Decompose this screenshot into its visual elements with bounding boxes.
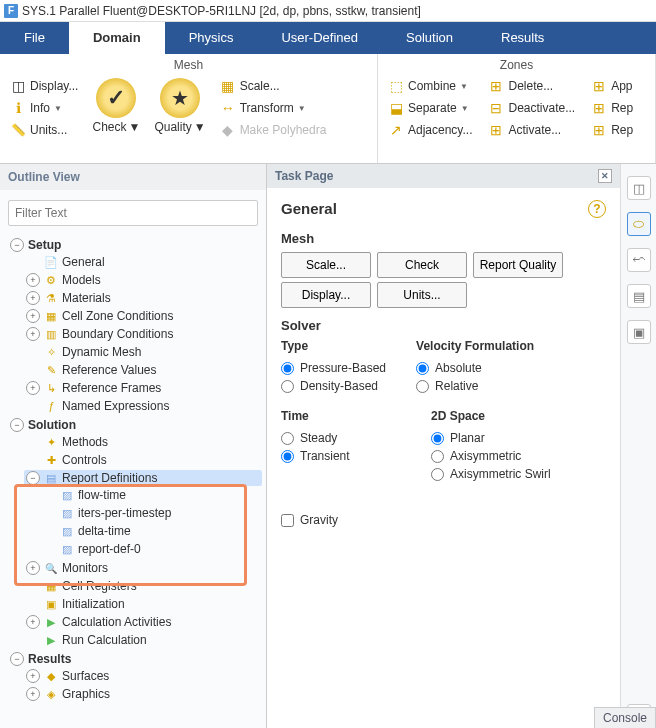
report-item-icon [60, 542, 74, 556]
tree-ref-values[interactable]: Reference Values [62, 363, 157, 377]
tree-calc-activities[interactable]: Calculation Activities [62, 615, 171, 629]
adjacency-icon [388, 122, 404, 138]
display-button[interactable]: Display... [281, 282, 371, 308]
check-button[interactable]: Check [377, 252, 467, 278]
gravity-checkbox[interactable] [281, 514, 294, 527]
strip-window-icon[interactable]: ▣ [627, 320, 651, 344]
expand-icon[interactable]: + [26, 327, 40, 341]
tree-rd-3[interactable]: report-def-0 [78, 542, 141, 556]
tree-controls[interactable]: Controls [62, 453, 107, 467]
tree-setup[interactable]: Setup [28, 238, 61, 252]
radio-steady[interactable]: Steady [281, 429, 401, 447]
polyhedra-icon [220, 122, 236, 138]
expand-icon[interactable]: + [26, 687, 40, 701]
main-area: Outline View −Setup General +Models +Mat… [0, 164, 656, 728]
tree-named-expr[interactable]: Named Expressions [62, 399, 169, 413]
collapse-icon[interactable]: − [26, 471, 40, 485]
tree-boundary[interactable]: Boundary Conditions [62, 327, 173, 341]
tab-user-defined[interactable]: User-Defined [257, 22, 382, 54]
tab-results[interactable]: Results [477, 22, 568, 54]
window-title: SYS.1 Parallel Fluent@DESKTOP-5RI1LNJ [2… [22, 4, 421, 18]
separate-button[interactable]: Separate▼ [384, 98, 476, 118]
collapse-icon[interactable]: − [10, 238, 24, 252]
radio-axisymmetric-swirl[interactable]: Axisymmetric Swirl [431, 465, 551, 483]
tree-surfaces[interactable]: Surfaces [62, 669, 109, 683]
radio-absolute[interactable]: Absolute [416, 359, 534, 377]
radio-relative[interactable]: Relative [416, 377, 534, 395]
expand-icon[interactable]: + [26, 273, 40, 287]
expand-icon[interactable]: + [26, 291, 40, 305]
tree-general[interactable]: General [62, 255, 105, 269]
space-group: 2D Space Planar Axisymmetric Axisymmetri… [431, 409, 551, 483]
rep1-button[interactable]: Rep [587, 98, 637, 118]
display-button[interactable]: Display... [6, 76, 82, 96]
tree-rd-1[interactable]: iters-per-timestep [78, 506, 171, 520]
report-quality-button[interactable]: Report Quality [473, 252, 563, 278]
delete-button[interactable]: Delete... [484, 76, 579, 96]
activate-button[interactable]: Activate... [484, 120, 579, 140]
combine-button[interactable]: Combine▼ [384, 76, 476, 96]
collapse-icon[interactable]: − [10, 418, 24, 432]
app-button[interactable]: App [587, 76, 637, 96]
tab-physics[interactable]: Physics [165, 22, 258, 54]
boundary-icon [44, 327, 58, 341]
tab-domain[interactable]: Domain [69, 22, 165, 54]
expand-icon[interactable]: + [26, 561, 40, 575]
strip-chart-icon[interactable]: ⬿ [627, 248, 651, 272]
check-button[interactable]: Check▼ [88, 76, 144, 136]
space-label: 2D Space [431, 409, 551, 423]
methods-icon [44, 435, 58, 449]
filter-input[interactable] [8, 200, 258, 226]
console-tab[interactable]: Console [594, 707, 656, 728]
init-icon [44, 597, 58, 611]
tree-cell-registers[interactable]: Cell Registers [62, 579, 137, 593]
strip-cube-icon[interactable]: ◫ [627, 176, 651, 200]
collapse-icon[interactable]: − [10, 652, 24, 666]
surfaces-icon [44, 669, 58, 683]
tree-rd-2[interactable]: delta-time [78, 524, 131, 538]
calc-icon [44, 615, 58, 629]
radio-planar[interactable]: Planar [431, 429, 551, 447]
tree-graphics[interactable]: Graphics [62, 687, 110, 701]
tree-results[interactable]: Results [28, 652, 71, 666]
tab-file[interactable]: File [0, 22, 69, 54]
tree-models[interactable]: Models [62, 273, 101, 287]
tree-rd-0[interactable]: flow-time [78, 488, 126, 502]
radio-axisymmetric[interactable]: Axisymmetric [431, 447, 551, 465]
radio-density-based[interactable]: Density-Based [281, 377, 386, 395]
expand-icon[interactable]: + [26, 615, 40, 629]
expand-icon[interactable]: + [26, 309, 40, 323]
tree-report-definitions[interactable]: Report Definitions [62, 471, 157, 485]
scale-button[interactable]: Scale... [216, 76, 331, 96]
tree-methods[interactable]: Methods [62, 435, 108, 449]
radio-transient[interactable]: Transient [281, 447, 401, 465]
tab-solution[interactable]: Solution [382, 22, 477, 54]
adjacency-button[interactable]: Adjacency... [384, 120, 476, 140]
strip-pill-icon[interactable]: ⬭ [627, 212, 651, 236]
tree-cell-zone[interactable]: Cell Zone Conditions [62, 309, 173, 323]
outline-tree[interactable]: −Setup General +Models +Materials +Cell … [0, 236, 266, 728]
chevron-down-icon: ▼ [194, 120, 206, 134]
quality-button[interactable]: Quality▼ [150, 76, 209, 136]
tree-run-calc[interactable]: Run Calculation [62, 633, 147, 647]
tree-solution[interactable]: Solution [28, 418, 76, 432]
tree-dynamic-mesh[interactable]: Dynamic Mesh [62, 345, 141, 359]
strip-doc-icon[interactable]: ▤ [627, 284, 651, 308]
close-icon[interactable]: ✕ [598, 169, 612, 183]
tree-initialization[interactable]: Initialization [62, 597, 125, 611]
rep2-button[interactable]: Rep [587, 120, 637, 140]
transform-button[interactable]: Transform▼ [216, 98, 331, 118]
deactivate-button[interactable]: Deactivate... [484, 98, 579, 118]
info-button[interactable]: Info▼ [6, 98, 82, 118]
tree-monitors[interactable]: Monitors [62, 561, 108, 575]
units-button[interactable]: Units... [377, 282, 467, 308]
expand-icon[interactable]: + [26, 381, 40, 395]
cube-icon [10, 78, 26, 94]
expand-icon[interactable]: + [26, 669, 40, 683]
scale-button[interactable]: Scale... [281, 252, 371, 278]
help-icon[interactable]: ? [588, 200, 606, 218]
tree-ref-frames[interactable]: Reference Frames [62, 381, 161, 395]
tree-materials[interactable]: Materials [62, 291, 111, 305]
units-button[interactable]: Units... [6, 120, 82, 140]
radio-pressure-based[interactable]: Pressure-Based [281, 359, 386, 377]
